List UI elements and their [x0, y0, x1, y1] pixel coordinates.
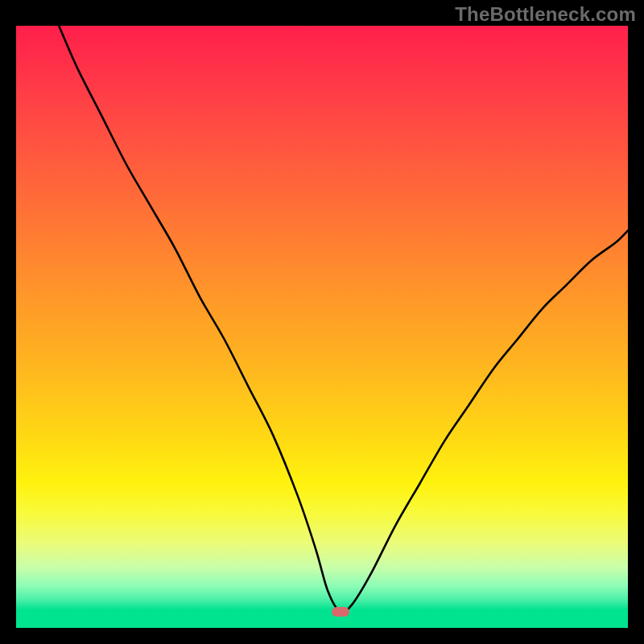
watermark-text: TheBottleneck.com [455, 3, 636, 26]
chart-frame: TheBottleneck.com [0, 0, 644, 644]
plot-area [16, 26, 628, 628]
optimum-marker [332, 607, 349, 617]
bottleneck-curve [16, 26, 628, 628]
